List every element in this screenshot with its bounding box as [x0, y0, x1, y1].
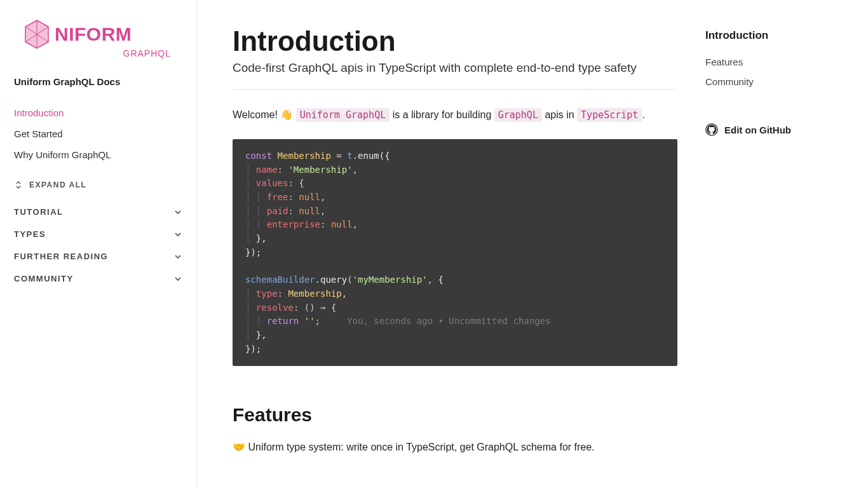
chevron-down-icon	[173, 208, 182, 217]
sidebar-section-label: FURTHER READING	[14, 252, 108, 261]
sidebar-item-introduction[interactable]: Introduction	[14, 102, 182, 123]
expand-all-label: EXPAND ALL	[29, 180, 86, 189]
toc-title: Introduction	[705, 29, 830, 42]
divider	[233, 89, 677, 90]
features-heading: Features	[233, 404, 677, 426]
sidebar-section-label: COMMUNITY	[14, 274, 74, 283]
inline-code: TypeScript	[577, 108, 642, 122]
page-title: Introduction	[233, 25, 677, 57]
sidebar: NIFORM GRAPHQL Uniform GraphQL Docs Intr…	[0, 0, 197, 488]
page-subtitle: Code-first GraphQL apis in TypeScript wi…	[233, 61, 677, 75]
inline-code: Uniform GraphQL	[296, 108, 390, 122]
intro-text: .	[642, 109, 644, 120]
inline-code: GraphQL	[494, 108, 542, 122]
chevron-down-icon	[173, 274, 182, 283]
intro-text: is a library for building	[390, 109, 494, 120]
logo-text-main: NIFORM	[55, 24, 132, 45]
toc-link-community[interactable]: Community	[705, 72, 830, 92]
sidebar-section-tutorial[interactable]: TUTORIAL	[14, 201, 182, 223]
toc-link-features[interactable]: Features	[705, 52, 830, 72]
expand-icon	[14, 180, 23, 189]
chevron-down-icon	[173, 252, 182, 261]
intro-text: apis in	[542, 109, 577, 120]
sidebar-section-label: TUTORIAL	[14, 207, 63, 217]
code-example: const Membership = t.enum({ │ name: 'Mem…	[233, 139, 677, 366]
sidebar-item-get-started[interactable]: Get Started	[14, 123, 182, 144]
handshake-emoji: 🤝	[233, 442, 245, 452]
feature-text: Uniform type system: write once in TypeS…	[248, 442, 594, 452]
intro-text: Welcome!	[233, 109, 280, 120]
logo-icon	[23, 19, 51, 50]
wave-emoji: 👋	[280, 109, 293, 120]
github-icon	[705, 123, 718, 136]
sidebar-section-further-reading[interactable]: FURTHER READING	[14, 245, 182, 268]
feature-item: 🤝 Uniform type system: write once in Typ…	[233, 438, 677, 456]
docs-title: Uniform GraphQL Docs	[14, 76, 182, 87]
sidebar-item-why-uniform[interactable]: Why Uniform GraphQL	[14, 144, 182, 165]
logo-text-sub: GRAPHQL	[23, 48, 182, 58]
sidebar-section-community[interactable]: COMMUNITY	[14, 268, 182, 290]
edit-on-github-label: Edit on GitHub	[724, 125, 791, 135]
expand-all-button[interactable]: EXPAND ALL	[14, 180, 182, 189]
logo[interactable]: NIFORM GRAPHQL	[14, 19, 182, 58]
intro-paragraph: Welcome! 👋 Uniform GraphQL is a library …	[233, 106, 677, 124]
article: Introduction Code-first GraphQL apis in …	[233, 25, 677, 475]
table-of-contents: Introduction Features Community Edit on …	[677, 25, 830, 475]
edit-on-github-link[interactable]: Edit on GitHub	[705, 123, 830, 136]
sidebar-section-label: TYPES	[14, 229, 46, 239]
main-content: Introduction Code-first GraphQL apis in …	[197, 0, 868, 488]
chevron-down-icon	[173, 230, 182, 239]
sidebar-section-types[interactable]: TYPES	[14, 223, 182, 245]
